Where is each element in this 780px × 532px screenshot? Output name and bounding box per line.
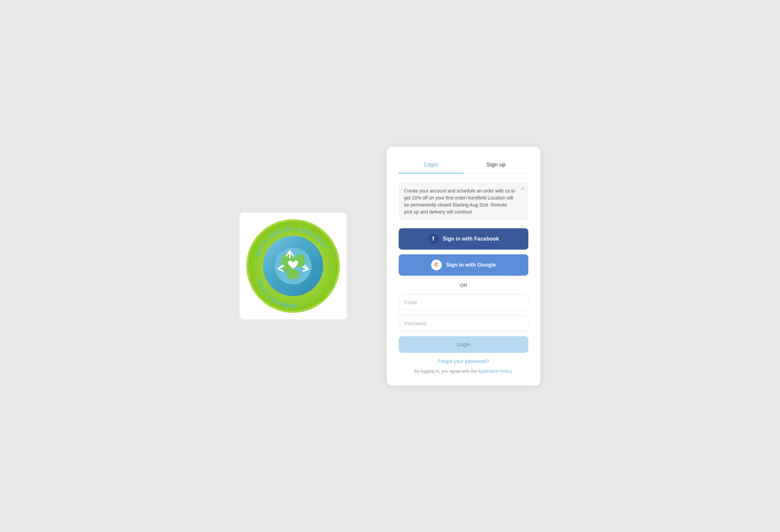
globe-recycle-icon: [273, 246, 313, 286]
policy-text: By logging in, you agree with the Applic…: [399, 369, 528, 374]
login-card: Login Sign up Create your account and sc…: [387, 147, 540, 386]
logo-container: ANA'S PICK UP & DELIVERY VALET CLEANERS: [240, 212, 347, 320]
tab-signup[interactable]: Sign up: [464, 157, 528, 173]
login-button[interactable]: Login: [399, 336, 528, 353]
page-container: ANA'S PICK UP & DELIVERY VALET CLEANERS: [206, 147, 574, 386]
tabs: Login Sign up: [399, 157, 528, 174]
facebook-icon: f: [428, 234, 439, 244]
or-divider: OR: [399, 282, 528, 288]
logo-circle: ANA'S PICK UP & DELIVERY VALET CLEANERS: [246, 219, 340, 313]
notice-close-button[interactable]: ×: [521, 186, 524, 191]
logo-inner: [263, 236, 323, 296]
svg-point-5: [286, 269, 300, 279]
facebook-signin-button[interactable]: f Sign in with Facebook: [399, 228, 528, 250]
google-signin-button[interactable]: G Sign in with Google: [399, 254, 528, 276]
forgot-password-link[interactable]: Forgot your password?: [399, 358, 528, 364]
notice-text: Create your account and schedule an orde…: [404, 188, 515, 214]
application-policy-link[interactable]: Application Policy.: [478, 369, 513, 374]
policy-prefix: By logging in, you agree with the: [414, 369, 478, 374]
email-input[interactable]: [399, 294, 528, 310]
password-input[interactable]: [399, 315, 528, 332]
google-button-label: Sign in with Google: [446, 262, 496, 268]
notice-banner: Create your account and schedule an orde…: [399, 183, 528, 220]
google-icon: G: [431, 260, 442, 270]
google-g-letter: G: [434, 262, 438, 268]
facebook-button-label: Sign in with Facebook: [443, 236, 499, 242]
tab-login[interactable]: Login: [399, 157, 464, 174]
